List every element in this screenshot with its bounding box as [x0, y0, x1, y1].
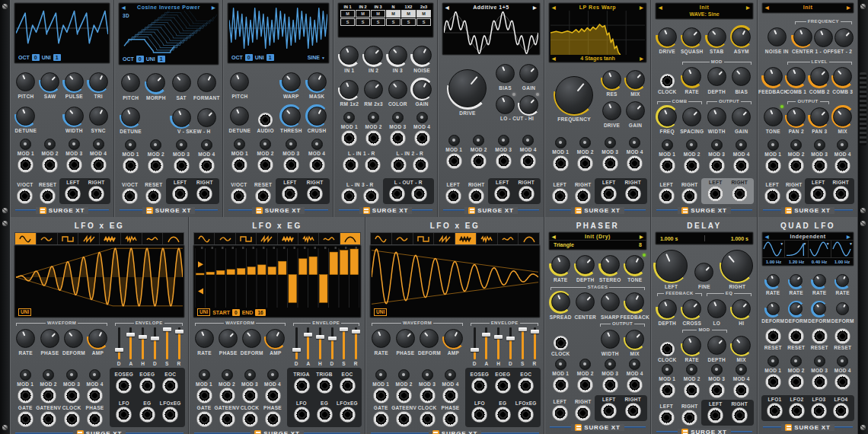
mod-2-jack[interactable] — [684, 382, 700, 398]
right-jack[interactable] — [468, 188, 484, 204]
audio-input-jack[interactable] — [258, 113, 273, 127]
left-jack[interactable] — [810, 186, 826, 202]
lfoxeg-output-jack[interactable] — [518, 407, 534, 423]
left-jack[interactable] — [282, 186, 298, 202]
right-knob[interactable] — [720, 247, 755, 283]
mod-2-jack[interactable] — [42, 157, 58, 173]
noise-knob[interactable] — [410, 44, 433, 67]
mod-3-mod-knob[interactable] — [814, 356, 825, 367]
deform-knob[interactable] — [834, 301, 851, 318]
clock-jack[interactable] — [242, 411, 258, 427]
mod-2-mod-knob[interactable] — [473, 135, 484, 146]
s-slider-5[interactable] — [162, 327, 172, 360]
next-arrow-icon[interactable]: ▶ — [746, 5, 750, 10]
right-jack[interactable] — [732, 186, 748, 202]
m-button-1x2[interactable]: M — [401, 10, 416, 18]
tri-knob[interactable] — [87, 70, 110, 93]
next-arrow-icon[interactable]: ▶ — [847, 234, 850, 239]
v-oct-jack[interactable] — [17, 188, 33, 204]
mod-4-mod-knob[interactable] — [629, 359, 640, 370]
mod-3-mod-knob[interactable] — [66, 369, 78, 381]
mod-2-mod-knob[interactable] — [579, 359, 591, 370]
left-jack[interactable] — [707, 186, 723, 202]
m-button-in-1[interactable]: M — [340, 10, 355, 18]
l-out-r-jack-r[interactable] — [411, 186, 427, 202]
center-knob[interactable] — [574, 291, 597, 314]
d-slider-1[interactable] — [470, 327, 480, 360]
eoeg-output-jack[interactable] — [139, 378, 155, 394]
tab-saw[interactable] — [78, 233, 100, 245]
m-button-in-2[interactable]: M — [356, 10, 370, 18]
left-jack[interactable] — [172, 186, 188, 202]
mod-3-jack[interactable] — [420, 388, 436, 404]
width-knob[interactable] — [62, 104, 85, 127]
mod-4-mod-knob[interactable] — [93, 139, 104, 150]
h-slider-3[interactable] — [493, 327, 503, 360]
tab-noise[interactable] — [100, 233, 121, 245]
gateenv-jack[interactable] — [219, 411, 235, 427]
detune-knob[interactable] — [14, 104, 37, 127]
uni-value-chip[interactable]: 1 — [53, 54, 61, 61]
mod-4-jack[interactable] — [834, 158, 850, 174]
reset-jack[interactable] — [255, 188, 271, 204]
phase-knob[interactable] — [38, 327, 61, 349]
mask-knob[interactable] — [305, 70, 328, 93]
left-jack[interactable] — [659, 188, 675, 204]
l-in-3-r-jack-r[interactable] — [363, 188, 379, 204]
drive-knob[interactable] — [601, 99, 624, 122]
clock-jack[interactable] — [420, 411, 436, 427]
l-out-r-jack-l[interactable] — [389, 186, 405, 202]
tab-triangle[interactable] — [37, 233, 58, 245]
pitch-knob[interactable] — [228, 70, 251, 93]
mod-3-jack[interactable] — [66, 157, 82, 173]
clock-input-jack[interactable] — [660, 74, 675, 88]
mod-2-jack[interactable] — [788, 158, 804, 174]
next-arrow-icon[interactable]: ▶ — [640, 234, 643, 239]
oct-value-chip[interactable]: 0 — [136, 56, 144, 62]
mod-3-jack[interactable] — [174, 158, 190, 174]
mod-3-jack[interactable] — [242, 388, 258, 404]
right-jack[interactable] — [575, 405, 591, 421]
mod-2-mod-knob[interactable] — [222, 369, 233, 381]
s-button-2x3[interactable]: S — [416, 18, 431, 26]
mod-4-mod-knob[interactable] — [736, 364, 747, 375]
gain-knob[interactable] — [410, 78, 433, 101]
width-knob[interactable] — [598, 327, 621, 350]
lfo-4-wave-cell[interactable]: ▼ — [831, 241, 854, 257]
mod-2-jack[interactable] — [577, 377, 593, 393]
reset-jack-3[interactable] — [812, 328, 828, 344]
mod-2-jack[interactable] — [40, 388, 56, 404]
mod-3-jack[interactable] — [283, 157, 299, 173]
knob-knob[interactable] — [494, 93, 517, 116]
rate-knob[interactable] — [788, 273, 805, 289]
l-in-1-r-jack-l[interactable] — [343, 157, 359, 173]
d-slider-4[interactable] — [506, 327, 515, 360]
s-button-in-3[interactable]: S — [371, 18, 385, 26]
depth-knob[interactable] — [705, 333, 728, 356]
deform-knob[interactable] — [811, 301, 828, 318]
tab-square[interactable] — [58, 233, 79, 245]
mod-2-jack[interactable] — [577, 155, 593, 171]
clock-input-jack[interactable] — [660, 342, 675, 356]
mod-1-jack[interactable] — [765, 158, 781, 174]
eoc-output-jack[interactable] — [162, 378, 178, 394]
left-jack[interactable] — [601, 186, 617, 202]
mod-4-mod-knob[interactable] — [736, 139, 747, 151]
next-arrow-icon[interactable]: ▶ — [212, 5, 215, 10]
sharp-knob[interactable] — [598, 291, 621, 314]
right-jack[interactable] — [681, 188, 697, 204]
knob-knob[interactable] — [170, 106, 193, 129]
mod-4-jack[interactable] — [87, 388, 103, 404]
feedback-knob[interactable] — [624, 291, 646, 314]
mod-2-jack[interactable] — [788, 374, 804, 390]
mod-4-jack[interactable] — [442, 388, 458, 404]
wavetable-osc-3d-toggle[interactable]: 3D — [123, 13, 129, 18]
phase-knob[interactable] — [394, 327, 416, 349]
rate-knob[interactable] — [193, 327, 216, 349]
phase-jack[interactable] — [442, 411, 458, 427]
l-in-2-r-jack-l[interactable] — [391, 157, 407, 173]
rate-knob[interactable] — [370, 327, 393, 349]
mod-1-mod-knob[interactable] — [375, 369, 387, 381]
s-button-n[interactable]: S — [386, 18, 400, 26]
frequency-knob[interactable] — [554, 74, 595, 116]
